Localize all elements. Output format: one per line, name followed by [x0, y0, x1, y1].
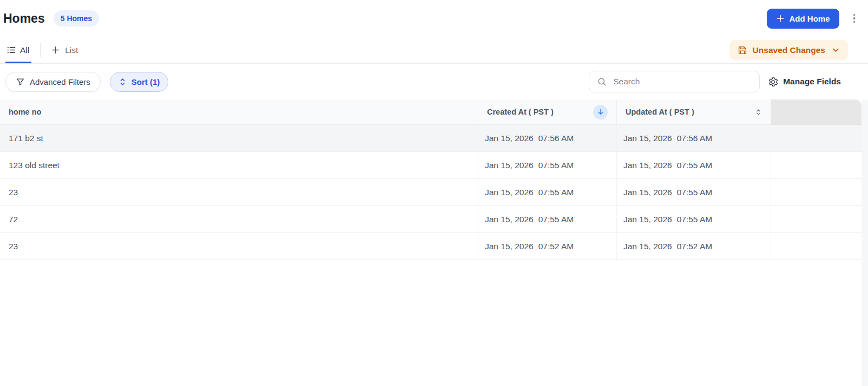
- sort-label: Sort (1): [131, 77, 160, 86]
- time-value: 07:55 AM: [538, 215, 574, 224]
- date-value: Jan 15, 2026: [485, 215, 534, 224]
- date-value: Jan 15, 2026: [485, 242, 534, 251]
- time-value: 07:56 AM: [538, 134, 574, 143]
- scrollbar-gutter[interactable]: [862, 99, 868, 386]
- manage-fields-button[interactable]: Manage Fields: [768, 77, 841, 87]
- column-header-updated-at[interactable]: Updated At ( PST ): [617, 99, 771, 125]
- date-value: Jan 15, 2026: [623, 134, 672, 143]
- time-value: 07:55 AM: [677, 215, 713, 224]
- column-header-home-no[interactable]: home no: [0, 99, 478, 125]
- column-label: home no: [9, 108, 41, 116]
- date-value: Jan 15, 2026: [485, 161, 534, 170]
- table-row[interactable]: 171 b2 st Jan 15, 2026 07:56 AM Jan 15, …: [0, 125, 868, 152]
- records-table: home no Created At ( PST ) Updated At ( …: [0, 99, 868, 260]
- cell-created-at[interactable]: Jan 15, 2026 07:55 AM: [478, 206, 617, 232]
- cell-home-no[interactable]: 23: [0, 179, 478, 205]
- advanced-filters-button[interactable]: Advanced Filters: [5, 72, 101, 92]
- search-input[interactable]: [613, 77, 752, 86]
- view-toolbar: Advanced Filters Sort (1) Manage Fields: [0, 64, 868, 99]
- table-row[interactable]: 72 Jan 15, 2026 07:55 AM Jan 15, 2026 07…: [0, 206, 868, 233]
- sort-button[interactable]: Sort (1): [110, 72, 169, 92]
- add-home-label: Add Home: [790, 14, 830, 23]
- date-value: Jan 15, 2026: [485, 134, 534, 143]
- cell-home-no[interactable]: 123 old street: [0, 152, 478, 178]
- home-no-value: 23: [9, 242, 18, 251]
- chevron-down-icon: [832, 46, 840, 54]
- column-header-created-at[interactable]: Created At ( PST ): [478, 99, 617, 125]
- plus-icon: [51, 46, 60, 54]
- date-value: Jan 15, 2026: [623, 242, 672, 251]
- date-value: Jan 15, 2026: [623, 215, 672, 224]
- cell-created-at[interactable]: Jan 15, 2026 07:52 AM: [478, 233, 617, 259]
- column-label: Updated At ( PST ): [626, 108, 694, 116]
- date-value: Jan 15, 2026: [485, 188, 534, 197]
- home-no-value: 72: [9, 215, 18, 224]
- date-value: Jan 15, 2026: [623, 188, 672, 197]
- plus-icon: [776, 14, 785, 23]
- advanced-filters-label: Advanced Filters: [30, 77, 90, 86]
- table-row[interactable]: 23 Jan 15, 2026 07:52 AM Jan 15, 2026 07…: [0, 233, 868, 260]
- unsaved-changes-button[interactable]: Unsaved Changes: [729, 40, 848, 60]
- sort-toggle-icon[interactable]: [755, 109, 762, 116]
- header-filler-cell: [771, 99, 862, 125]
- time-value: 07:55 AM: [677, 188, 713, 197]
- cell-updated-at[interactable]: Jan 15, 2026 07:55 AM: [617, 179, 771, 205]
- table-header-row: home no Created At ( PST ) Updated At ( …: [0, 99, 868, 125]
- home-no-value: 171 b2 st: [9, 134, 43, 143]
- cell-home-no[interactable]: 23: [0, 233, 478, 259]
- page-header: Homes 5 Homes Add Home: [0, 0, 868, 37]
- manage-fields-label: Manage Fields: [783, 77, 841, 86]
- tab-add-list[interactable]: List: [49, 37, 80, 63]
- table-row[interactable]: 23 Jan 15, 2026 07:55 AM Jan 15, 2026 07…: [0, 179, 868, 206]
- home-no-value: 123 old street: [9, 161, 60, 170]
- tab-list-label: List: [65, 45, 78, 55]
- cell-created-at[interactable]: Jan 15, 2026 07:55 AM: [478, 152, 617, 178]
- cell-created-at[interactable]: Jan 15, 2026 07:56 AM: [478, 125, 617, 151]
- search-box[interactable]: [589, 71, 760, 92]
- save-icon: [738, 45, 747, 55]
- tab-all[interactable]: All: [5, 37, 31, 63]
- date-value: Jan 15, 2026: [623, 161, 672, 170]
- time-value: 07:52 AM: [538, 242, 574, 251]
- home-no-value: 23: [9, 188, 18, 197]
- column-label: Created At ( PST ): [487, 108, 554, 116]
- time-value: 07:55 AM: [677, 161, 713, 170]
- record-count-badge: 5 Homes: [54, 10, 99, 26]
- more-options-icon[interactable]: [851, 11, 858, 26]
- tab-all-label: All: [20, 45, 29, 55]
- filter-funnel-icon: [16, 77, 25, 86]
- cell-home-no[interactable]: 171 b2 st: [0, 125, 478, 151]
- time-value: 07:52 AM: [677, 242, 713, 251]
- view-tabbar: All List Unsaved Changes: [0, 37, 868, 64]
- sort-arrows-icon: [119, 78, 127, 86]
- cell-updated-at[interactable]: Jan 15, 2026 07:56 AM: [617, 125, 771, 151]
- cell-updated-at[interactable]: Jan 15, 2026 07:55 AM: [617, 152, 771, 178]
- gear-icon: [768, 77, 778, 87]
- search-icon: [597, 77, 607, 87]
- cell-home-no[interactable]: 72: [0, 206, 478, 232]
- page-title: Homes: [3, 11, 45, 26]
- tab-divider: [40, 43, 41, 57]
- table-body: 171 b2 st Jan 15, 2026 07:56 AM Jan 15, …: [0, 125, 868, 260]
- cell-updated-at[interactable]: Jan 15, 2026 07:55 AM: [617, 206, 771, 232]
- table-row[interactable]: 123 old street Jan 15, 2026 07:55 AM Jan…: [0, 152, 868, 179]
- time-value: 07:55 AM: [538, 188, 574, 197]
- sorted-desc-icon[interactable]: [593, 105, 608, 119]
- add-home-button[interactable]: Add Home: [767, 9, 839, 29]
- list-view-icon: [6, 45, 16, 55]
- unsaved-changes-label: Unsaved Changes: [753, 45, 825, 55]
- time-value: 07:55 AM: [538, 161, 574, 170]
- cell-created-at[interactable]: Jan 15, 2026 07:55 AM: [478, 179, 617, 205]
- cell-updated-at[interactable]: Jan 15, 2026 07:52 AM: [617, 233, 771, 259]
- time-value: 07:56 AM: [677, 134, 713, 143]
